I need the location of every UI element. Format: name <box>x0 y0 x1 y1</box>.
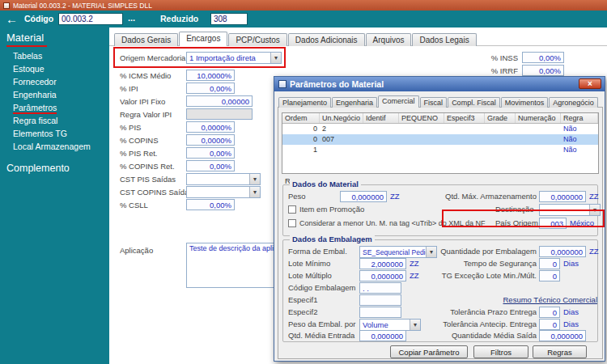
tab-comercial[interactable]: Comercial <box>378 95 419 108</box>
field-label: Qtd. Máx. Armazenamento <box>413 191 537 202</box>
tab-encargos[interactable]: Encargos <box>179 32 227 46</box>
tab-agronegocio[interactable]: Agronegócio <box>549 97 598 108</box>
sidebar-item-local-armazenagem[interactable]: Local Armazenagem <box>0 140 109 153</box>
field-label: % COPINS Ret. <box>120 160 186 172</box>
back-icon[interactable]: ← <box>6 11 18 27</box>
sidebar-item-parametros[interactable]: Parâmetros <box>0 101 109 114</box>
application-window: Material 00.003.2 - MATERIAL SIMPLES DLL… <box>0 0 607 364</box>
tg-excecao-input[interactable]: 0 <box>539 270 560 281</box>
grid-header-numeracao[interactable]: Numeração <box>516 113 561 123</box>
chevron-down-icon: ▾ <box>249 187 260 197</box>
qtd-max-armazenamento-input[interactable]: 0,000000 <box>539 191 586 202</box>
field-label: Tolerância Antecip. Entrega <box>413 319 537 330</box>
pis-input[interactable]: 0,0000% <box>186 121 235 133</box>
sidebar-item-fornecedor[interactable]: Fornecedor <box>0 75 109 88</box>
especif1-input[interactable] <box>359 294 401 306</box>
lote-multiplo-input[interactable]: 0,000000 <box>359 270 406 281</box>
tolerancia-prazo-input[interactable]: 0 <box>539 307 560 318</box>
dialog-title: Parâmetros do Material <box>290 79 384 89</box>
tab-pcp-custos[interactable]: PCP/Custos <box>228 33 287 46</box>
dialog-titlebar[interactable]: Parâmetros do Material × <box>274 77 605 91</box>
tab-dados-legais[interactable]: Dados Legais <box>412 33 476 46</box>
cst-pis-saidas-select[interactable]: ▾ <box>186 173 261 185</box>
grid-row[interactable]: 0 2 Não <box>282 124 598 134</box>
qtd-media-saida-input[interactable]: 0,000000 <box>539 330 586 341</box>
valor-ipi-fixo-input[interactable]: 0,00000 <box>186 95 253 107</box>
lote-minimo-input[interactable]: 2,000000 <box>359 258 406 269</box>
irrf-input[interactable]: 0,00% <box>522 65 564 76</box>
unit-label: Dias <box>563 258 579 269</box>
tab-dados-gerais[interactable]: Dados Gerais <box>114 33 178 46</box>
sidebar-item-estoque[interactable]: Estoque <box>0 62 109 75</box>
field-label: Lote Mínimo <box>288 258 358 269</box>
tab-compl-fiscal[interactable]: Compl. Fiscal <box>448 97 500 108</box>
forma-embal-row: Forma de Embal. SE_Sequencial Pedido ▾ Q… <box>283 246 597 257</box>
cst-cofins-saidas-select[interactable]: ▾ <box>186 186 261 198</box>
browse-button[interactable]: ... <box>128 11 135 26</box>
grid-header-un-negocio[interactable]: Un.Negócio <box>320 113 363 123</box>
window-title: Material 00.003.2 - MATERIAL SIMPLES DLL <box>13 2 152 10</box>
peso-embal-por-select[interactable]: Volume ▾ <box>359 319 421 331</box>
tab-page-comercial: Ordem Un.Negócio Identif PEQUENO Especif… <box>278 107 603 359</box>
tab-dados-adicionais[interactable]: Dados Adicionais <box>288 33 365 46</box>
grid-header-grade[interactable]: Grade <box>485 113 516 123</box>
unit-label: Dias <box>563 307 579 318</box>
close-button[interactable]: × <box>579 78 601 89</box>
group-legend: Dados da Embalagem <box>290 235 375 244</box>
sidebar-item-regra-fiscal[interactable]: Regra fiscal <box>0 114 109 127</box>
ipi-input[interactable]: 0,00% <box>186 83 235 94</box>
peso-input[interactable]: 0,000000 <box>340 191 387 202</box>
field-label: % COPINS <box>120 134 186 146</box>
qtd-por-embalagem-input[interactable]: 0,000000 <box>539 246 586 257</box>
resumo-tecnico-link[interactable]: Resumo Técnico Comercial <box>429 294 597 306</box>
sidebar-item-tabelas[interactable]: Tabelas <box>0 49 109 62</box>
tab-arquivos[interactable]: Arquivos <box>366 33 412 46</box>
dados-da-embalagem-group: Dados da Embalagem Forma de Embal. SE_Se… <box>282 239 598 342</box>
considerar-utrib-checkbox[interactable] <box>288 219 296 227</box>
record-header-bar: ← Código 00.003.2 ... Reduzido 308 <box>0 11 607 28</box>
field-label: CST COPINS Saídas <box>120 186 186 198</box>
parametros-grid: Ordem Un.Negócio Identif PEQUENO Especif… <box>282 112 599 174</box>
csll-input[interactable]: 0,00% <box>186 199 235 210</box>
sidebar-item-engenharia[interactable]: Engenharia <box>0 88 109 101</box>
grid-header-ordem[interactable]: Ordem <box>282 113 320 123</box>
field-label: Quantidade Média Saída <box>413 330 537 341</box>
cofins-ret-input[interactable]: 0,00% <box>186 160 235 171</box>
sidebar-item-elementos-tg[interactable]: Elementos TG <box>0 127 109 140</box>
tempo-seguranca-input[interactable]: 0 <box>539 258 560 269</box>
grid-header-row: Ordem Un.Negócio Identif PEQUENO Especif… <box>282 113 598 124</box>
codigo-input[interactable]: 00.003.2 <box>58 13 123 25</box>
grid-row-selected[interactable]: 0 007 Não <box>282 134 598 145</box>
codigo-embalagem-row: Código Embalagem . . <box>283 282 597 294</box>
cofins-input[interactable]: 0,0000% <box>186 134 235 146</box>
copiar-parametro-button[interactable]: Copiar Parâmetro <box>390 345 468 358</box>
regras-button[interactable]: Regras <box>533 345 587 358</box>
filtros-button[interactable]: Filtros <box>473 345 528 358</box>
item-promocao-checkbox[interactable] <box>288 205 296 214</box>
pais-origem-input[interactable]: 003 <box>539 218 567 229</box>
qtd-media-entrada-input[interactable]: 0,000000 <box>359 330 406 341</box>
grid-header-especif3[interactable]: Especif3 <box>444 113 485 123</box>
especif1-row: Especif1 Resumo Técnico Comercial <box>283 294 597 306</box>
pis-ret-input[interactable]: 0,00% <box>186 147 235 159</box>
especif2-row: Especif2 Tolerância Prazo Entrega 0 Dias <box>283 307 597 318</box>
irrf-row: % IRRF 0,00% <box>109 65 607 77</box>
tab-movimentos[interactable]: Movimentos <box>501 97 549 108</box>
grid-header-regra[interactable]: Regra <box>561 113 598 123</box>
grid-header-pequeno[interactable]: PEQUENO <box>399 113 444 123</box>
tab-engenharia[interactable]: Engenharia <box>332 97 377 108</box>
destinacao-select[interactable]: ▾ <box>539 204 601 216</box>
grid-header-identif[interactable]: Identif <box>363 113 399 123</box>
inss-input[interactable]: 0,00% <box>522 52 564 63</box>
codigo-embalagem-input[interactable]: . . <box>359 282 401 294</box>
unit-label: ZZ <box>390 191 400 202</box>
field-label: CST PIS Saídas <box>120 173 186 185</box>
tab-planejamento[interactable]: Planejamento <box>278 97 331 108</box>
sidebar: Material Tabelas Estoque Fornecedor Enge… <box>0 28 109 364</box>
tolerancia-antecip-input[interactable]: 0 <box>539 319 560 330</box>
grid-row[interactable]: 1 Não <box>282 145 598 155</box>
especif2-input[interactable] <box>359 307 401 318</box>
field-label: % IPI <box>120 83 186 95</box>
reduzido-input[interactable]: 308 <box>210 13 248 25</box>
tab-fiscal[interactable]: Fiscal <box>420 97 448 108</box>
